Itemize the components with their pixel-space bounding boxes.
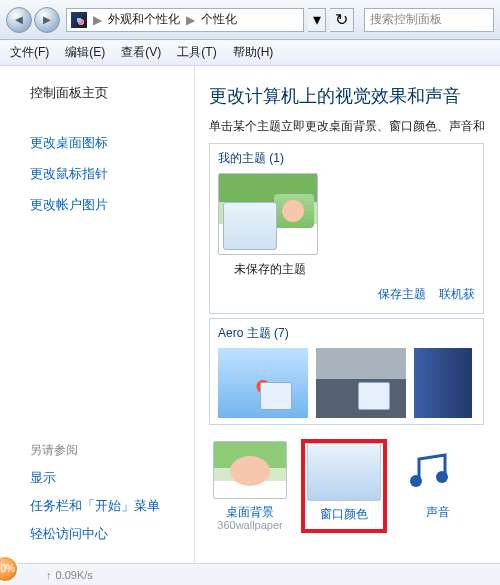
page-title: 更改计算机上的视觉效果和声音 <box>209 84 500 108</box>
see-also-display[interactable]: 显示 <box>30 469 194 487</box>
theme-unsaved[interactable]: 未保存的主题 <box>218 173 322 278</box>
aero-theme-windows7[interactable] <box>218 348 308 418</box>
save-theme-link[interactable]: 保存主题 <box>378 287 426 301</box>
opt-label: 声音 <box>397 504 479 521</box>
see-also-ease-of-access[interactable]: 轻松访问中心 <box>30 525 194 543</box>
option-desktop-background[interactable]: 桌面背景 <box>209 441 291 521</box>
back-button[interactable]: ◄ <box>6 7 32 33</box>
forward-button[interactable]: ► <box>34 7 60 33</box>
address-bar[interactable]: ▶ 外观和个性化 ▶ 个性化 <box>66 8 304 32</box>
speed-value: 0.09K/s <box>56 569 93 581</box>
refresh-icon: ↻ <box>335 10 348 29</box>
option-window-color[interactable]: 窗口颜色 <box>303 441 385 531</box>
breadcrumb-part-1[interactable]: 外观和个性化 <box>108 11 180 28</box>
svg-point-0 <box>410 475 422 487</box>
svg-point-1 <box>436 471 448 483</box>
sidebar-link-mouse-pointers[interactable]: 更改鼠标指针 <box>30 165 194 183</box>
search-input[interactable]: 搜索控制面板 <box>364 8 494 32</box>
status-bar: 70% ↑ 0.09K/s <box>0 563 500 585</box>
option-sounds[interactable]: 声音 <box>397 441 479 531</box>
upload-arrow-icon: ↑ <box>46 569 52 581</box>
theme-thumbnail <box>218 173 318 255</box>
opt-label: 窗口颜色 <box>305 506 383 523</box>
search-placeholder: 搜索控制面板 <box>370 11 442 28</box>
group-my-themes-title: 我的主题 (1) <box>218 150 475 167</box>
wallpaper-preview-icon <box>274 194 314 228</box>
control-panel-icon <box>71 12 87 28</box>
body: 控制面板主页 更改桌面图标 更改鼠标指针 更改帐户图片 另请参阅 显示 任务栏和… <box>0 66 500 563</box>
aero-theme-row <box>218 348 475 424</box>
nav-buttons: ◄ ► <box>6 7 62 33</box>
desktop-bg-icon <box>213 441 287 499</box>
main-content: 更改计算机上的视觉效果和声音 单击某个主题立即更改桌面背景、窗口颜色、声音和 我… <box>195 66 500 563</box>
get-online-themes-link[interactable]: 联机获 <box>439 287 475 301</box>
group-my-themes: 我的主题 (1) 未保存的主题 保存主题 联机获 <box>209 143 484 314</box>
group-aero-themes-title: Aero 主题 (7) <box>218 325 475 342</box>
group-actions: 保存主题 联机获 <box>218 286 475 303</box>
page-subtitle: 单击某个主题立即更改桌面背景、窗口颜色、声音和 <box>209 118 500 135</box>
chevron-down-icon: ▾ <box>313 10 321 29</box>
nav-bar: ◄ ► ▶ 外观和个性化 ▶ 个性化 ▾ ↻ 搜索控制面板 <box>0 0 500 40</box>
menu-view[interactable]: 查看(V) <box>121 44 161 61</box>
personalization-options: 桌面背景 360wallpaper 窗口颜色 声音 <box>209 441 500 531</box>
menu-help[interactable]: 帮助(H) <box>233 44 274 61</box>
network-speed: ↑ 0.09K/s <box>46 569 93 581</box>
sidebar-top: 控制面板主页 更改桌面图标 更改鼠标指针 更改帐户图片 <box>30 84 194 214</box>
see-also-heading: 另请参阅 <box>30 442 194 459</box>
desktop-bg-subtitle: 360wallpaper <box>209 519 291 531</box>
window-preview-icon <box>223 202 277 250</box>
menu-tools[interactable]: 工具(T) <box>177 44 216 61</box>
sidebar-link-account-picture[interactable]: 更改帐户图片 <box>30 196 194 214</box>
sidebar: 控制面板主页 更改桌面图标 更改鼠标指针 更改帐户图片 另请参阅 显示 任务栏和… <box>0 66 195 563</box>
breadcrumb-sep-icon: ▶ <box>93 13 102 27</box>
refresh-button[interactable]: ↻ <box>330 8 354 32</box>
address-dropdown[interactable]: ▾ <box>308 8 326 32</box>
aero-theme-characters[interactable] <box>414 348 472 418</box>
window-color-icon <box>307 443 381 501</box>
sidebar-home[interactable]: 控制面板主页 <box>30 84 194 102</box>
menu-bar: 文件(F) 编辑(E) 查看(V) 工具(T) 帮助(H) <box>0 40 500 66</box>
breadcrumb-sep-icon: ▶ <box>186 13 195 27</box>
aero-theme-architecture[interactable] <box>316 348 406 418</box>
group-aero-themes: Aero 主题 (7) <box>209 318 484 425</box>
sound-icon <box>401 441 475 499</box>
see-also-taskbar[interactable]: 任务栏和「开始」菜单 <box>30 497 194 515</box>
sidebar-see-also: 另请参阅 显示 任务栏和「开始」菜单 轻松访问中心 <box>30 442 194 563</box>
menu-edit[interactable]: 编辑(E) <box>65 44 105 61</box>
sidebar-link-desktop-icons[interactable]: 更改桌面图标 <box>30 134 194 152</box>
breadcrumb-part-2[interactable]: 个性化 <box>201 11 237 28</box>
theme-label: 未保存的主题 <box>218 261 322 278</box>
menu-file[interactable]: 文件(F) <box>10 44 49 61</box>
